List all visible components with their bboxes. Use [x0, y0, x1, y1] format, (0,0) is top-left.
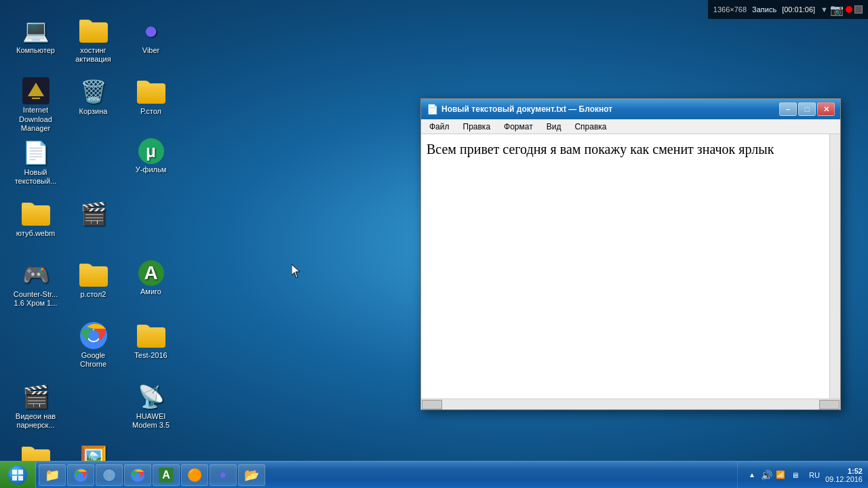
taskbar: 📁 — [0, 461, 868, 488]
icon-label-utorrent: У-фильм — [136, 165, 167, 174]
utorrent-icon: µ — [138, 138, 164, 164]
menu-file[interactable]: Файл — [424, 121, 455, 133]
icon-huawei[interactable]: 📡 HUAWEI Modem 3.5 — [122, 380, 180, 441]
desktop: 💻 Компьютер хостинг активация ● Viber — [0, 0, 868, 488]
svg-rect-8 — [12, 470, 17, 474]
horizontal-scrollbar[interactable] — [421, 399, 840, 409]
taskbar-explorer[interactable]: 📁 — [39, 464, 66, 486]
windows-start-icon — [12, 470, 23, 481]
tray-arrow[interactable]: ▲ — [746, 469, 758, 481]
clock[interactable]: 1:52 09.12.2016 — [825, 467, 863, 483]
svg-point-17 — [103, 469, 115, 481]
tray-battery[interactable]: 🖥 — [789, 469, 801, 481]
icon-cs[interactable]: 🎮 Counter-Str... 1.6 Хром 1... — [7, 258, 64, 319]
office-taskbar-icon: A — [159, 468, 174, 483]
vertical-scrollbar[interactable] — [829, 134, 840, 399]
notepad-titlebar[interactable]: 📄 Новый текстовый документ.txt — Блокнот… — [421, 99, 840, 119]
maximize-button[interactable]: □ — [798, 102, 816, 116]
hosting-icon — [79, 16, 108, 45]
icon-label-chrome: Google Chrome — [67, 351, 119, 369]
menu-view[interactable]: Вид — [541, 121, 567, 133]
recording-timer: [00:01:06] — [782, 5, 815, 14]
svg-rect-10 — [12, 476, 17, 481]
menu-edit[interactable]: Правка — [458, 121, 496, 133]
tray-lang[interactable]: RU — [806, 471, 823, 479]
tray-volume[interactable]: 📶 — [774, 469, 787, 481]
clock-time: 1:52 — [825, 467, 863, 475]
icon-hosting[interactable]: хостинг активация — [64, 14, 122, 75]
recording-label: Запись — [752, 5, 776, 14]
taskbar-presentation[interactable]: 🟠 — [181, 464, 208, 486]
idm-icon — [22, 77, 50, 104]
taskbar-office[interactable]: A — [153, 464, 180, 486]
mouse-cursor — [292, 264, 300, 278]
taskbar-chrome[interactable] — [67, 464, 94, 486]
icon-newtxt[interactable]: 📄 Новый текстовый... — [7, 136, 64, 197]
close-button[interactable]: ✕ — [817, 102, 835, 116]
icon-test2016[interactable]: Test-2016 — [122, 319, 180, 380]
clock-date: 09.12.2016 — [825, 475, 863, 483]
viber-icon: ● — [137, 16, 165, 45]
icon-video-part[interactable]: 🎬 Видеои нав парнерск... — [7, 380, 64, 441]
icon-utorrent[interactable]: µ У-фильм — [122, 136, 180, 197]
presentation-taskbar-icon: 🟠 — [187, 468, 202, 483]
stop-button[interactable] — [854, 5, 863, 14]
chrome2-taskbar-icon — [130, 468, 145, 483]
svg-rect-3 — [32, 98, 40, 99]
icon-label-rstol: Р.стол — [140, 107, 161, 116]
korzina-icon: 🗑️ — [79, 77, 108, 106]
chrome-taskbar-icon — [73, 468, 88, 483]
icon-label-kompyuter: Компьютер — [16, 46, 55, 55]
icon-empty2 — [122, 197, 180, 258]
notepad-content[interactable]: Всем привет сегодня я вам покажу как сме… — [421, 134, 840, 399]
video-part-icon: 🎬 — [22, 382, 50, 411]
icon-idm[interactable]: Internet Download Manager — [7, 75, 64, 136]
icon-label-hosting: хостинг активация — [67, 46, 119, 64]
tray-network[interactable]: 🔊 — [760, 469, 772, 481]
icon-label-huawei: HUAWEI Modem 3.5 — [125, 412, 177, 430]
notepad-text-content: Всем привет сегодня я вам покажу как сме… — [427, 140, 835, 159]
icon-label-test2016: Test-2016 — [134, 351, 167, 360]
icon-label-korzina: Корзина — [79, 107, 108, 116]
icon-label-newtxt: Новый текстовый... — [9, 168, 62, 186]
icon-korzina[interactable]: 🗑️ Корзина — [64, 75, 122, 136]
cs-icon: 🎮 — [22, 260, 50, 289]
rstol2-icon — [79, 260, 108, 289]
taskbar-folder[interactable]: 📂 — [238, 464, 265, 486]
minimize-button[interactable]: – — [779, 102, 797, 116]
menu-help[interactable]: Справка — [569, 121, 612, 133]
ufilm-icon — [22, 199, 50, 228]
rstol-icon — [137, 77, 165, 106]
icon-label-cs: Counter-Str... 1.6 Хром 1... — [9, 290, 62, 308]
folder-taskbar-icon: 📂 — [244, 468, 259, 483]
kompyuter-icon: 💻 — [22, 16, 50, 45]
icon-ufilm[interactable]: ютуб.webm — [7, 197, 64, 258]
icon-kompyuter[interactable]: 💻 Компьютер — [7, 14, 64, 75]
taskbar-viber[interactable]: ● — [210, 464, 237, 486]
huawei-icon: 📡 — [137, 382, 165, 411]
icon-viber[interactable]: ● Viber — [122, 14, 180, 75]
taskbar-chrome2[interactable] — [124, 464, 151, 486]
start-button[interactable] — [0, 462, 36, 488]
taskbar-ie[interactable] — [96, 464, 123, 486]
icon-label-amigo: Амиго — [140, 287, 161, 296]
icon-label-video-part: Видеои нав парнерск... — [9, 412, 62, 430]
recording-indicator — [846, 6, 852, 13]
desktop-icon-grid: 💻 Компьютер хостинг активация ● Viber — [0, 7, 186, 488]
icon-amigo[interactable]: A Амиго — [122, 258, 180, 319]
notepad-menu: Файл Правка Формат Вид Справка — [421, 119, 840, 134]
notepad-window-icon: 📄 — [427, 104, 437, 115]
icon-chrome[interactable]: Google Chrome — [64, 319, 122, 380]
svg-marker-7 — [292, 264, 300, 278]
icon-rstol[interactable]: Р.стол — [122, 75, 180, 136]
amigo-icon: A — [138, 260, 164, 286]
icon-rstol2[interactable]: р.стол2 — [64, 258, 122, 319]
window-controls: – □ ✕ — [779, 102, 835, 116]
icon-youtube[interactable]: 🎬 — [64, 197, 122, 258]
youtube-icon: 🎬 — [79, 199, 108, 228]
menu-format[interactable]: Формат — [498, 121, 538, 133]
icon-label-viber: Viber — [142, 46, 159, 55]
viber-taskbar-icon: ● — [216, 468, 231, 483]
svg-point-19 — [135, 472, 140, 478]
recording-resolution: 1366×768 — [713, 5, 747, 14]
